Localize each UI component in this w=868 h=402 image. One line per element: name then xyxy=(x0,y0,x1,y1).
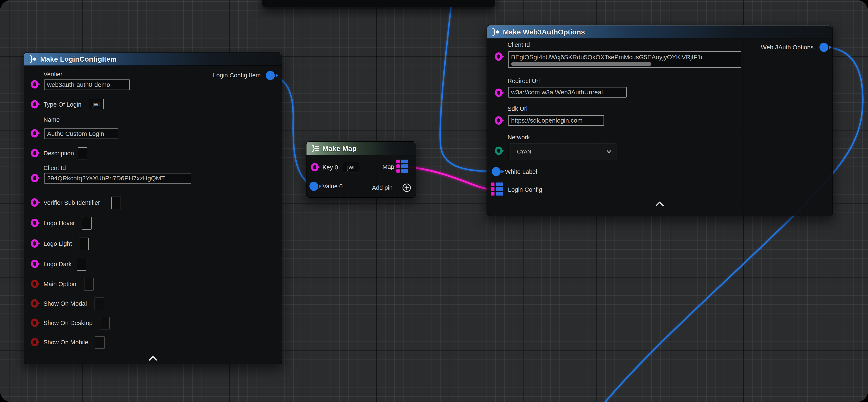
verifier-sub-identifier-field[interactable] xyxy=(111,197,121,209)
node-make-map[interactable]: Make Map Key 0 jwt Map Value 0 Add pin xyxy=(306,141,416,198)
client-id-field[interactable]: BEglQSgt4cUWcj6SKRdu5QkOXTsePmMcusG5EAoy… xyxy=(508,51,741,68)
pin-label-sdk-url: Sdk Url xyxy=(507,106,527,112)
show-on-modal-checkbox[interactable] xyxy=(95,297,104,310)
pin-label-map-output: Map xyxy=(382,164,394,170)
pin-label-value0: Value 0 xyxy=(322,183,343,190)
redirect-url-field[interactable]: w3a://com.w3a.Web3AuthUnreal xyxy=(508,87,627,97)
pin-main-option[interactable] xyxy=(31,280,38,288)
client-id-text: BEglQSgt4cUWcj6SKRdu5QkOXTsePmMcusG5EAoy… xyxy=(511,54,702,61)
collapse-node-button[interactable] xyxy=(148,355,158,361)
pin-label-logo-light: Logo Light xyxy=(43,240,72,247)
network-selected-value: CYAN xyxy=(517,149,606,155)
pin-label-name: Name xyxy=(43,116,60,123)
pin-name[interactable] xyxy=(31,129,38,138)
pin-label-show-on-desktop: Show On Desktop xyxy=(43,320,93,326)
pin-label-show-on-mobile: Show On Mobile xyxy=(43,339,88,345)
pin-verifier[interactable] xyxy=(31,80,38,88)
pin-show-on-mobile[interactable] xyxy=(31,338,38,346)
pin-label-network: Network xyxy=(507,134,530,140)
type-of-login-field[interactable]: jwt xyxy=(89,99,104,109)
pin-label-redirect-url: Redirect Url xyxy=(507,78,540,84)
pin-show-on-modal[interactable] xyxy=(31,299,38,308)
name-field[interactable]: Auth0 Custom Login xyxy=(44,128,118,139)
pin-label-key0: Key 0 xyxy=(322,164,338,171)
make-map-icon xyxy=(310,144,319,153)
pin-network[interactable] xyxy=(495,147,502,155)
logo-hover-field[interactable] xyxy=(82,217,92,230)
pin-logo-dark[interactable] xyxy=(31,260,38,268)
make-struct-icon xyxy=(28,55,37,63)
pin-logo-hover[interactable] xyxy=(31,219,38,227)
add-pin-button-label[interactable]: Add pin xyxy=(372,184,393,191)
node-make-web3authoptions[interactable]: Make Web3AuthOptions Web 3Auth Options C… xyxy=(487,25,833,216)
node-header-make-loginconfigitem[interactable]: Make LoginConfigItem xyxy=(24,53,282,66)
make-struct-icon xyxy=(491,28,500,36)
client-id-field[interactable]: 294QRkchfq2YaXUbPri7D6PH7xzHgQMT xyxy=(44,173,191,183)
pin-client-id[interactable] xyxy=(31,174,38,182)
pin-label-main-option: Main Option xyxy=(43,281,76,287)
add-pin-icon[interactable] xyxy=(402,183,411,192)
node-header-make-map[interactable]: Make Map xyxy=(307,142,416,155)
pin-key0[interactable] xyxy=(311,163,318,171)
pin-label-verifier: Verifier xyxy=(43,71,62,77)
pin-white-label[interactable] xyxy=(492,167,501,176)
blueprint-graph-canvas[interactable]: Make LoginConfigItem Login Config Item V… xyxy=(0,0,868,402)
pin-label-type-of-login: Type Of Login xyxy=(43,101,82,108)
network-dropdown[interactable]: CYAN xyxy=(508,143,617,160)
pin-verifier-sub-identifier[interactable] xyxy=(31,198,38,207)
pin-client-id[interactable] xyxy=(495,52,502,61)
pin-login-config[interactable] xyxy=(491,182,503,196)
pin-redirect-url[interactable] xyxy=(495,88,502,97)
logo-dark-field[interactable] xyxy=(77,258,86,270)
pin-label-white-label: White Label xyxy=(505,169,537,175)
offscreen-node-bottom-edge[interactable] xyxy=(262,0,495,7)
node-title: Make LoginConfigItem xyxy=(40,55,117,63)
node-header-make-web3authoptions[interactable]: Make Web3AuthOptions xyxy=(487,25,833,38)
main-option-checkbox[interactable] xyxy=(84,278,94,291)
wire-top-to-white-label[interactable] xyxy=(440,0,494,171)
chevron-down-icon xyxy=(606,149,612,154)
pin-show-on-desktop[interactable] xyxy=(31,318,38,327)
logo-light-field[interactable] xyxy=(79,237,89,250)
pin-label-logo-hover: Logo Hover xyxy=(43,220,75,226)
pin-label-login-config: Login Config xyxy=(508,186,542,193)
output-pin-label: Login Config Item xyxy=(213,72,261,79)
node-title: Make Map xyxy=(322,144,357,153)
pin-label-description: Description xyxy=(43,150,74,156)
pin-logo-light[interactable] xyxy=(31,239,38,248)
pin-label-client-id: Client Id xyxy=(507,41,530,48)
collapse-node-button[interactable] xyxy=(654,201,665,207)
pin-label-logo-dark: Logo Dark xyxy=(43,261,72,267)
output-pin-label: Web 3Auth Options xyxy=(761,44,814,51)
node-make-loginconfigitem[interactable]: Make LoginConfigItem Login Config Item V… xyxy=(24,52,282,364)
pin-type-of-login[interactable] xyxy=(31,100,38,109)
node-title: Make Web3AuthOptions xyxy=(503,28,585,36)
pin-value0[interactable] xyxy=(309,182,318,191)
pin-description[interactable] xyxy=(31,149,38,157)
pin-label-client-id: Client Id xyxy=(43,165,66,171)
sdk-url-field[interactable]: https://sdk.openlogin.com xyxy=(508,115,604,126)
show-on-mobile-checkbox[interactable] xyxy=(95,336,104,349)
output-pin-map[interactable] xyxy=(396,160,408,173)
pin-sdk-url[interactable] xyxy=(495,116,502,125)
output-pin-login-config-item[interactable] xyxy=(266,71,275,80)
wire-map-to-login-config-glow xyxy=(403,167,495,190)
verifier-field[interactable]: web3auth-auth0-demo xyxy=(44,80,130,90)
key0-field[interactable]: jwt xyxy=(343,162,359,172)
show-on-desktop-checkbox[interactable] xyxy=(100,317,110,329)
client-id-scrollbar[interactable] xyxy=(511,62,651,66)
pin-label-verifier-sub-identifier: Verifier Sub Identifier xyxy=(43,200,100,206)
description-field[interactable] xyxy=(78,147,87,160)
pin-label-show-on-modal: Show On Modal xyxy=(43,300,87,307)
output-pin-web3auth-options[interactable] xyxy=(819,43,828,52)
